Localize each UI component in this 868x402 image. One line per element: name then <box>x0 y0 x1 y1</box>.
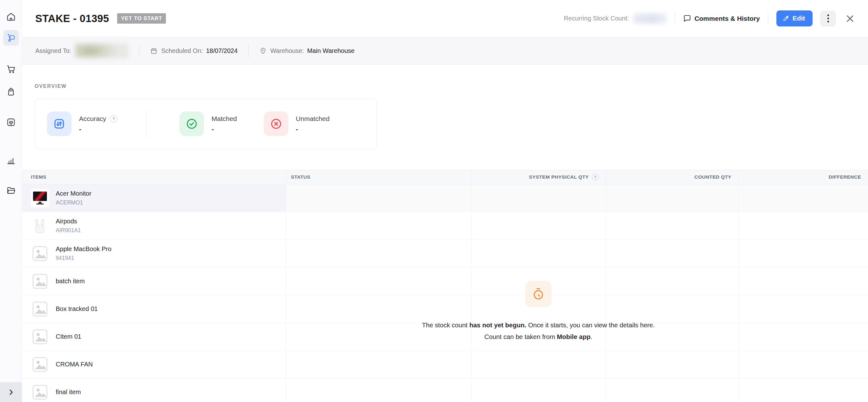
sidebar-expand-button[interactable] <box>0 382 22 402</box>
item-image-placeholder <box>31 272 49 290</box>
divider <box>768 12 768 25</box>
item-name: CItem 01 <box>56 333 81 340</box>
sidebar-item-integrations[interactable] <box>3 114 19 130</box>
column-header-difference: DIFFERENCE <box>739 170 868 184</box>
accuracy-help-icon[interactable] <box>110 115 118 122</box>
edit-button-label: Edit <box>793 15 805 22</box>
shopping-cart-icon <box>6 64 16 74</box>
column-header-counted-qty: COUNTED QTY <box>606 170 739 184</box>
unmatched-metric: Unmatched - <box>264 112 330 136</box>
warehouse-value: Main Warehouse <box>307 47 354 55</box>
item-image <box>31 217 49 235</box>
comments-history-button[interactable]: Comments & History <box>683 15 760 22</box>
comments-history-label: Comments & History <box>694 15 760 22</box>
accuracy-swap-icon <box>53 117 65 130</box>
status-badge: YET TO START <box>117 13 166 24</box>
overview-section: OVERVIEW Accuracy - <box>22 65 868 149</box>
item-name: CROMA FAN <box>56 361 93 368</box>
recurring-stock-count-redacted-value <box>633 13 666 24</box>
item-name: Acer Monitor <box>56 190 91 197</box>
recurring-stock-count-label: Recurring Stock Count: <box>564 15 629 22</box>
column-header-system-physical-qty: SYSTEM PHYSICAL QTY <box>471 170 606 184</box>
matched-value: - <box>212 125 237 133</box>
title-actions: Recurring Stock Count: Comments & Histor… <box>564 10 856 26</box>
edit-button[interactable]: Edit <box>776 10 813 26</box>
title-bar: STAKE - 01395 YET TO START Recurring Sto… <box>22 0 868 37</box>
item-image-placeholder <box>31 328 49 346</box>
divider <box>139 44 140 58</box>
accuracy-label: Accuracy <box>79 115 106 122</box>
item-sku: 941941 <box>56 255 112 261</box>
detail-subheader: Assigned To: Scheduled On: 18/07/2024 Wa… <box>22 37 868 65</box>
system-physical-qty-label: SYSTEM PHYSICAL QTY <box>529 174 589 180</box>
close-icon <box>845 14 855 23</box>
calendar-icon <box>150 47 157 55</box>
accuracy-value: - <box>79 125 118 133</box>
warehouse-group: Warehouse: Main Warehouse <box>259 47 355 55</box>
main-panel: STAKE - 01395 YET TO START Recurring Sto… <box>22 0 868 402</box>
column-header-items: ITEMS <box>22 170 286 184</box>
accuracy-metric: Accuracy - <box>47 112 146 136</box>
chevron-right-icon <box>7 389 15 396</box>
more-options-button[interactable] <box>820 11 836 26</box>
x-circle-icon <box>270 117 282 130</box>
folder-icon <box>6 185 16 195</box>
map-pin-icon <box>259 47 267 55</box>
hand-truck-icon <box>6 33 16 42</box>
item-image-placeholder <box>31 355 49 374</box>
divider <box>675 12 675 25</box>
accuracy-icon-tile <box>47 112 71 136</box>
item-sku: ACERMO1 <box>56 199 91 206</box>
matched-label: Matched <box>212 115 237 122</box>
item-name: Apple MacBook Pro <box>56 246 112 253</box>
integrations-icon <box>6 117 16 127</box>
items-table: ITEMS STATUS SYSTEM PHYSICAL QTY COUNTED… <box>22 170 868 402</box>
assigned-to-label: Assigned To: <box>35 47 71 55</box>
item-name: Box tracked 01 <box>56 305 98 313</box>
sidebar-item-sales[interactable] <box>3 61 19 77</box>
item-image-placeholder <box>31 245 49 263</box>
unmatched-icon-tile <box>264 112 288 136</box>
item-image-placeholder <box>31 300 49 318</box>
stock-count-detail-screen: STAKE - 01395 YET TO START Recurring Sto… <box>0 0 868 402</box>
sidebar-item-home[interactable] <box>3 9 19 25</box>
table-row[interactable]: Acer MonitorACERMO1 <box>22 184 868 212</box>
sidebar-item-reports[interactable] <box>3 152 19 168</box>
item-name: final item <box>56 389 81 396</box>
divider <box>248 44 249 58</box>
table-row[interactable]: final item <box>22 378 868 402</box>
check-circle-icon <box>185 117 198 130</box>
page-title: STAKE - 01395 <box>35 12 109 25</box>
item-sku: AIR901A1 <box>56 227 81 234</box>
column-header-status: STATUS <box>286 170 471 184</box>
table-row[interactable]: CROMA FAN <box>22 351 868 378</box>
table-row[interactable]: Apple MacBook Pro941941 <box>22 240 868 267</box>
home-icon <box>6 12 16 22</box>
item-name: Airpods <box>56 218 81 225</box>
matched-icon-tile <box>180 112 204 136</box>
scheduled-on-value: 18/07/2024 <box>206 47 237 55</box>
assigned-to-group: Assigned To: <box>35 43 128 58</box>
empty-state-message: The stock count has not yet begun. Once … <box>419 319 658 342</box>
sidebar-item-purchases[interactable] <box>3 84 19 99</box>
stopwatch-icon-tile <box>525 281 552 307</box>
table-row[interactable]: AirpodsAIR901A1 <box>22 212 868 240</box>
unmatched-value: - <box>296 125 330 133</box>
table-header-row: ITEMS STATUS SYSTEM PHYSICAL QTY COUNTED… <box>22 170 868 184</box>
assigned-to-redacted-value <box>75 43 128 58</box>
app-sidebar <box>0 0 22 402</box>
not-begun-empty-state: The stock count has not yet begun. Once … <box>387 281 689 342</box>
shopping-bag-icon <box>6 87 16 96</box>
item-image <box>31 189 49 207</box>
sidebar-item-stock-count[interactable] <box>3 30 19 46</box>
matched-metric: Matched - <box>180 112 237 136</box>
item-image-placeholder <box>31 383 49 401</box>
item-name: batch item <box>56 278 85 285</box>
system-physical-qty-help-icon[interactable] <box>592 174 599 180</box>
sidebar-item-documents[interactable] <box>3 182 19 198</box>
close-button[interactable] <box>845 13 856 24</box>
warehouse-label: Warehouse: <box>271 47 304 55</box>
bar-chart-icon <box>6 155 16 165</box>
stopwatch-icon <box>532 287 545 300</box>
scheduled-on-label: Scheduled On: <box>161 47 203 55</box>
